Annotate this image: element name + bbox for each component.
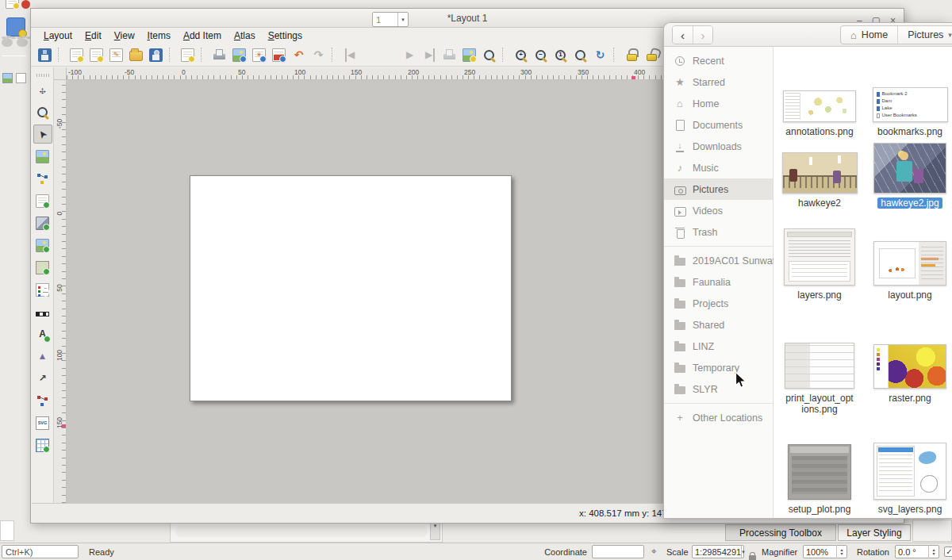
pan-tool[interactable]: ↔↕ bbox=[33, 80, 52, 99]
drag-handle[interactable] bbox=[36, 74, 49, 77]
lock-items-button[interactable] bbox=[623, 46, 641, 64]
magnifier-spinner[interactable]: 100% ▴▾ bbox=[803, 545, 847, 558]
file-svg-layers[interactable]: svg_layers.png bbox=[867, 442, 952, 515]
file-setup-plot[interactable]: setup_plot.png bbox=[777, 442, 862, 515]
print-atlas-button[interactable] bbox=[440, 46, 459, 64]
extent-icon[interactable]: ⌖ bbox=[647, 545, 661, 558]
sidebar-item-trash[interactable]: Trash bbox=[664, 221, 773, 243]
save-project-button[interactable] bbox=[36, 46, 54, 64]
file-raster[interactable]: raster.png bbox=[867, 339, 952, 404]
scale-dropdown-icon[interactable]: ▾ bbox=[741, 545, 745, 558]
dock-tab-icon-2[interactable] bbox=[16, 73, 26, 83]
add-label-tool[interactable]: A bbox=[33, 324, 52, 343]
zoom-full-button[interactable] bbox=[571, 46, 589, 64]
spinner-arrows-icon[interactable]: ▴▾ bbox=[836, 545, 846, 558]
sidebar-item-downloads[interactable]: ↓Downloads bbox=[664, 136, 773, 157]
edit-nodes-item-tool[interactable] bbox=[33, 169, 52, 188]
menu-atlas[interactable]: Atlas bbox=[228, 29, 262, 42]
add-attribute-table-tool[interactable] bbox=[33, 435, 52, 455]
atlas-page-spinner[interactable]: 1 ▾ bbox=[372, 12, 409, 27]
duplicate-layout-button[interactable] bbox=[87, 46, 106, 64]
unlock-items-button[interactable] bbox=[643, 46, 661, 64]
scale-lock-icon[interactable] bbox=[749, 555, 756, 560]
layout-canvas[interactable] bbox=[67, 80, 667, 503]
paw-icon[interactable] bbox=[2, 38, 13, 47]
open-template-button[interactable] bbox=[127, 46, 145, 64]
scale-combo[interactable]: 1:29854291 ▾ bbox=[692, 545, 744, 558]
rotation-spinner[interactable]: 0.0 ° ▴▾ bbox=[895, 545, 939, 558]
atlas-first-button[interactable]: ◀ bbox=[341, 46, 359, 64]
zoom-tool[interactable] bbox=[33, 102, 52, 121]
add-page-tool[interactable] bbox=[33, 191, 52, 210]
coordinate-input[interactable] bbox=[592, 545, 644, 558]
atlas-last-button[interactable]: ▶ bbox=[420, 46, 439, 64]
dock-tab-layer-styling[interactable]: Layer Styling bbox=[838, 524, 911, 541]
atlas-next-button[interactable]: ▶ bbox=[401, 46, 419, 64]
zoom-actual-button[interactable]: 1 bbox=[551, 46, 570, 64]
export-svg-button[interactable]: ✶ bbox=[250, 46, 268, 64]
add-picture-tool[interactable] bbox=[33, 236, 52, 255]
undo-button[interactable]: ↶ bbox=[290, 46, 308, 64]
sidebar-item-projects[interactable]: Projects bbox=[664, 293, 773, 314]
sidebar-item-videos[interactable]: Videos bbox=[664, 200, 773, 221]
dock-tab-icon[interactable] bbox=[2, 73, 13, 83]
file-layout[interactable]: layout.png bbox=[867, 223, 952, 301]
export-pdf-button[interactable] bbox=[270, 46, 288, 64]
export-image-button[interactable] bbox=[230, 46, 248, 64]
sidebar-item-faunalia[interactable]: Faunalia bbox=[664, 271, 773, 293]
move-item-content-tool[interactable] bbox=[33, 147, 52, 166]
zoom-out-button[interactable]: − bbox=[532, 46, 550, 64]
add-node-item-tool[interactable] bbox=[33, 391, 52, 410]
sidebar-item-shared[interactable]: Shared bbox=[664, 314, 773, 336]
add-map-tool[interactable] bbox=[33, 258, 52, 277]
sidebar-item-pictures[interactable]: Pictures bbox=[664, 178, 773, 200]
sidebar-item-other-locations[interactable]: +Other Locations bbox=[664, 407, 773, 428]
paw-icon-2[interactable] bbox=[17, 38, 28, 47]
menu-view[interactable]: View bbox=[108, 29, 141, 42]
menu-edit[interactable]: Edit bbox=[79, 29, 108, 42]
spinner-caret-icon[interactable]: ▾ bbox=[397, 13, 408, 26]
path-pictures-button[interactable]: Pictures ▾ bbox=[897, 26, 952, 44]
sidebar-item-slyr[interactable]: SLYR bbox=[664, 378, 773, 400]
dock-tab-processing-toolbox[interactable]: Processing Toolbox bbox=[725, 524, 836, 541]
layout-page[interactable] bbox=[190, 175, 512, 401]
forward-button[interactable]: › bbox=[693, 26, 712, 44]
select-move-item-tool[interactable]: ➤ bbox=[33, 125, 52, 144]
render-checkbox[interactable]: ✓ bbox=[944, 547, 952, 557]
sidebar-item-linz[interactable]: LINZ bbox=[664, 336, 773, 357]
add-3d-map-tool[interactable] bbox=[33, 213, 52, 232]
locator-input[interactable] bbox=[2, 545, 79, 558]
sidebar-item-temporary[interactable]: Temporary bbox=[664, 357, 773, 378]
atlas-settings-button[interactable] bbox=[460, 46, 478, 64]
file-print-layout-options[interactable]: print_layout_options.png bbox=[777, 339, 862, 415]
file-bookmarks[interactable]: Bookmark 2 Dam Lake User Bookmarks bookm… bbox=[867, 69, 952, 137]
menu-items[interactable]: Items bbox=[141, 29, 177, 42]
cut-toolbar-icon-2[interactable] bbox=[21, 0, 30, 9]
menu-layout[interactable]: Layout bbox=[37, 29, 79, 42]
add-scalebar-tool[interactable] bbox=[33, 302, 52, 321]
file-hawkeye2[interactable]: hawkeye2 bbox=[777, 142, 862, 209]
layout-manager-button[interactable]: ✎ bbox=[107, 46, 125, 64]
plugin-icon[interactable] bbox=[6, 17, 25, 36]
sidebar-item-recent[interactable]: Recent bbox=[664, 50, 773, 71]
add-legend-tool[interactable] bbox=[33, 280, 52, 299]
atlas-preview-button[interactable] bbox=[480, 46, 498, 64]
cut-toolbar-icon[interactable] bbox=[6, 0, 19, 9]
save-as-template-button[interactable] bbox=[147, 46, 165, 64]
sidebar-item-music[interactable]: ♪Music bbox=[664, 157, 773, 178]
add-north-arrow-tool[interactable]: ▲ bbox=[33, 347, 52, 366]
redo-button[interactable]: ↷ bbox=[309, 46, 328, 64]
sidebar-item-documents[interactable]: Documents bbox=[664, 114, 773, 136]
add-pages-button[interactable] bbox=[178, 46, 197, 64]
add-arrow-tool[interactable]: ↗ bbox=[33, 369, 52, 388]
spinner-arrows-icon[interactable]: ▴▾ bbox=[928, 545, 939, 558]
file-hawkeye2-jpg[interactable]: hawkeye2.jpg bbox=[867, 142, 952, 209]
add-svg-tool[interactable]: SVG bbox=[33, 413, 52, 432]
sidebar-item-starred[interactable]: ★Starred bbox=[664, 71, 773, 93]
path-home-button[interactable]: ⌂ Home bbox=[841, 26, 897, 44]
menu-settings[interactable]: Settings bbox=[262, 29, 309, 42]
zoom-in-button[interactable]: + bbox=[512, 46, 530, 64]
refresh-view-button[interactable]: ↻ bbox=[591, 46, 609, 64]
sidebar-item-home[interactable]: ⌂Home bbox=[664, 93, 773, 114]
menu-add-item[interactable]: Add Item bbox=[177, 29, 228, 42]
